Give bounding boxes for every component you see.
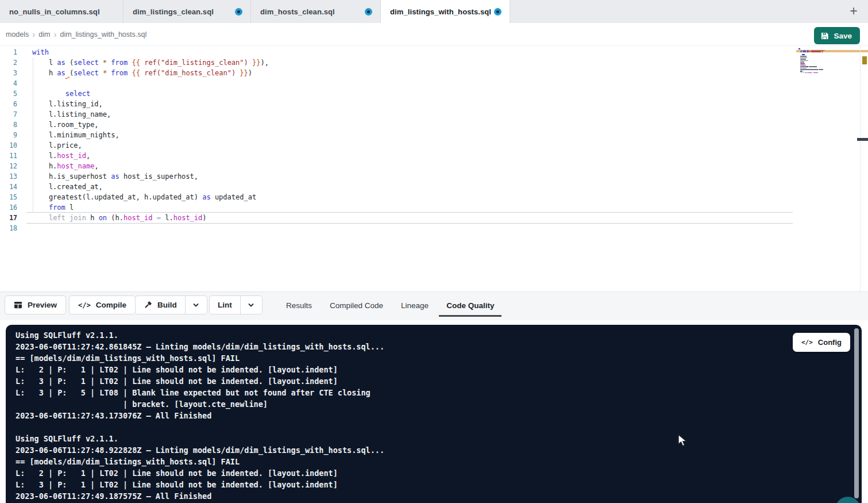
line-number: 5: [0, 89, 26, 99]
lint-button[interactable]: Lint: [210, 296, 240, 314]
tab-label: dim_hosts_clean.sql: [260, 7, 335, 16]
code-content[interactable]: with l as (select * from {{ ref("dim_lis…: [32, 47, 269, 233]
code-line[interactable]: l.room_type,: [32, 120, 269, 130]
line-number: 7: [0, 109, 26, 120]
build-dropdown-button[interactable]: [185, 296, 207, 314]
mouse-cursor-icon: [677, 434, 688, 447]
compile-label: Compile: [96, 301, 126, 309]
line-number: 17: [0, 213, 26, 223]
panel-tab-results[interactable]: Results: [286, 292, 312, 318]
chevron-down-icon: [248, 302, 254, 309]
panel-tab-lineage[interactable]: Lineage: [401, 292, 429, 318]
code-line[interactable]: l.listing_id,: [32, 99, 269, 109]
line-number: 13: [0, 171, 26, 182]
dbt-ide-screen: no_nulls_in_columns.sqldim_listings_clea…: [0, 0, 868, 503]
editor-tab[interactable]: dim_listings_clean.sql: [124, 0, 251, 23]
editor-tab[interactable]: no_nulls_in_columns.sql: [0, 0, 124, 23]
save-floppy-icon: [820, 32, 829, 40]
code-editor[interactable]: 123456789101112131415161718 with l as (s…: [0, 46, 868, 291]
breadcrumb-item[interactable]: models: [6, 30, 29, 39]
code-line[interactable]: [32, 223, 269, 233]
line-number: 4: [0, 78, 26, 89]
line-number: 14: [0, 182, 26, 192]
hammer-icon: [144, 301, 152, 309]
compile-button[interactable]: </> Compile: [69, 295, 136, 314]
unsaved-changes-icon[interactable]: [494, 8, 501, 16]
code-line[interactable]: h.is_superhost as host_is_superhost,: [32, 171, 269, 182]
build-button-group: Build: [135, 295, 207, 314]
minimap[interactable]: [798, 48, 841, 75]
preview-button[interactable]: Preview: [5, 295, 66, 314]
lint-label: Lint: [218, 301, 232, 309]
line-number: 15: [0, 192, 26, 202]
config-label: Config: [818, 338, 842, 347]
line-number: 18: [0, 223, 26, 233]
code-brackets-icon: </>: [78, 301, 91, 309]
editor-tab[interactable]: dim_hosts_clean.sql: [251, 0, 381, 23]
code-line[interactable]: left join h on (h.host_id = l.host_id): [32, 213, 269, 223]
build-label: Build: [157, 301, 177, 309]
code-brackets-icon: </>: [801, 339, 813, 346]
line-number: 1: [0, 47, 26, 57]
code-line[interactable]: l as (select * from {{ ref("dim_listings…: [32, 57, 269, 68]
code-line[interactable]: select: [32, 89, 269, 99]
line-number: 16: [0, 202, 26, 213]
terminal-scrollbar[interactable]: [854, 328, 859, 498]
unsaved-changes-icon[interactable]: [365, 8, 372, 16]
panel-tabs: ResultsCompiled CodeLineageCode Quality: [286, 292, 494, 318]
lint-button-group: Lint: [209, 295, 263, 314]
line-number: 10: [0, 140, 26, 151]
save-label: Save: [834, 32, 852, 40]
code-line[interactable]: l.listing_name,: [32, 109, 269, 120]
tab-label: dim_listings_clean.sql: [133, 7, 214, 16]
breadcrumb-item[interactable]: dim_listings_with_hosts.sql: [60, 30, 146, 39]
overview-warning-marker: [862, 56, 867, 64]
code-line[interactable]: l.minimum_nights,: [32, 130, 269, 140]
new-tab-button[interactable]: +: [846, 2, 861, 20]
code-line[interactable]: with: [32, 47, 269, 57]
code-line[interactable]: greatest(l.updated_at, h.updated_at) as …: [32, 192, 269, 202]
panel-tab-code-quality[interactable]: Code Quality: [446, 292, 494, 318]
code-line[interactable]: [32, 78, 269, 89]
code-line[interactable]: l.host_id,: [32, 151, 269, 161]
terminal-panel: Using SQLFluff v2.1.1. 2023-06-06T11:27:…: [6, 325, 862, 503]
code-line[interactable]: l.price,: [32, 140, 269, 151]
overview-ruler-divider: [860, 46, 861, 291]
line-number: 12: [0, 161, 26, 171]
tab-label: no_nulls_in_columns.sql: [9, 7, 100, 16]
preview-label: Preview: [28, 301, 57, 309]
line-number: 3: [0, 68, 26, 78]
code-line[interactable]: h.host_name,: [32, 161, 269, 171]
code-line[interactable]: l.created_at,: [32, 182, 269, 192]
config-button[interactable]: </> Config: [793, 333, 850, 352]
unsaved-changes-icon[interactable]: [235, 8, 242, 16]
line-number: 9: [0, 130, 26, 140]
line-number: 6: [0, 99, 26, 109]
editor-tab[interactable]: dim_listings_with_hosts.sql: [381, 0, 510, 23]
line-number: 2: [0, 57, 26, 68]
lint-dropdown-button[interactable]: [240, 296, 262, 314]
build-button[interactable]: Build: [136, 296, 185, 314]
save-button[interactable]: Save: [814, 27, 860, 44]
line-number: 8: [0, 120, 26, 130]
panel-tab-compiled-code[interactable]: Compiled Code: [330, 292, 383, 318]
breadcrumb-bar: models›dim›dim_listings_with_hosts.sql S…: [0, 23, 868, 46]
overview-cursor-marker[interactable]: [857, 138, 868, 141]
code-line[interactable]: h as (select * from {{ ref("dim_hosts_cl…: [32, 68, 269, 78]
breadcrumb: models›dim›dim_listings_with_hosts.sql: [6, 23, 146, 46]
tab-strip: no_nulls_in_columns.sqldim_listings_clea…: [0, 0, 868, 23]
breadcrumb-separator-icon: ›: [32, 29, 35, 39]
line-number: 11: [0, 151, 26, 161]
preview-table-icon: [14, 301, 22, 309]
code-line[interactable]: from l: [32, 202, 269, 213]
terminal-output: Using SQLFluff v2.1.1. 2023-06-06T11:27:…: [16, 329, 384, 502]
tab-label: dim_listings_with_hosts.sql: [390, 7, 491, 16]
editor-tab-bar: no_nulls_in_columns.sqldim_listings_clea…: [0, 0, 868, 23]
chevron-down-icon: [192, 302, 199, 309]
action-bar: Preview </> Compile Build Lint: [0, 291, 868, 320]
breadcrumb-separator-icon: ›: [53, 29, 56, 39]
breadcrumb-item[interactable]: dim: [38, 30, 50, 39]
line-number-gutter: 123456789101112131415161718: [0, 47, 26, 233]
